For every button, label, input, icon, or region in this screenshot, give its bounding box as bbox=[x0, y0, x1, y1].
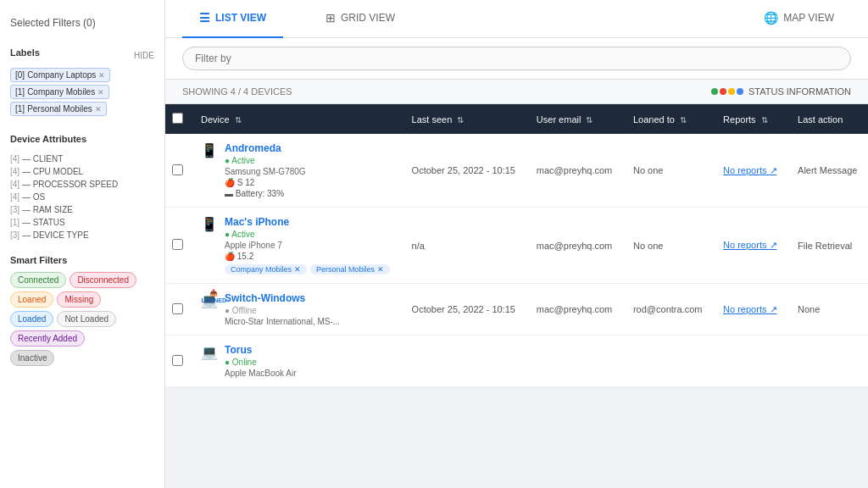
chip-loaned[interactable]: Loaned bbox=[10, 291, 53, 308]
loaned-iphone: No one bbox=[623, 208, 713, 284]
header-device: Device ⇅ bbox=[191, 104, 402, 134]
device-name-switch[interactable]: Switch-Windows bbox=[225, 292, 340, 304]
chip-loaded[interactable]: Loaded bbox=[10, 311, 53, 327]
reports-switch[interactable]: No reports ↗ bbox=[713, 284, 787, 336]
header-last-seen: Last seen ⇅ bbox=[402, 104, 526, 134]
labels-title: Labels bbox=[10, 47, 40, 58]
device-status-andromeda: ● Active bbox=[225, 156, 306, 165]
last-seen-andromeda: October 25, 2022 - 10:15 bbox=[402, 134, 526, 208]
close-icon[interactable]: ✕ bbox=[97, 88, 104, 97]
row-checkbox[interactable] bbox=[165, 208, 191, 284]
device-cell-iphone: 📱 Mac's iPhone ● Active Apple iPhone 7 🍎… bbox=[191, 208, 402, 284]
device-model-iphone: Apple iPhone 7 bbox=[225, 241, 390, 250]
labels-list: [0] Company Laptops ✕ [1] Company Mobile… bbox=[10, 68, 154, 119]
device-name-andromeda[interactable]: Andromeda bbox=[225, 142, 306, 154]
reports-torus bbox=[713, 336, 787, 387]
device-status-torus: ● Online bbox=[225, 358, 297, 367]
filter-input[interactable] bbox=[182, 47, 851, 70]
hide-button[interactable]: HIDE bbox=[134, 51, 154, 60]
email-iphone: mac@preyhq.com bbox=[526, 208, 623, 284]
view-tabs: ☰ LIST VIEW ⊞ GRID VIEW 🌐 MAP VIEW bbox=[165, 0, 868, 38]
last-seen-torus bbox=[402, 336, 526, 387]
chip-missing[interactable]: Missing bbox=[57, 291, 101, 308]
label-company-mobiles[interactable]: [1] Company Mobiles ✕ bbox=[10, 85, 109, 99]
smart-filters-row2: Loaned Missing bbox=[0, 290, 164, 309]
loaned-torus bbox=[623, 336, 713, 387]
row-checkbox[interactable] bbox=[165, 284, 191, 336]
device-os-iphone: 🍎 15.2 bbox=[225, 252, 390, 261]
device-status-switch: ● Offline bbox=[225, 306, 340, 315]
attributes-list: [4] — CLIENT [4] — CPU MODEL [4] — PROCE… bbox=[0, 152, 164, 241]
email-switch: mac@preyhq.com bbox=[526, 284, 623, 336]
info-bar: SHOWING 4 / 4 DEVICES STATUS INFORMATION bbox=[165, 80, 868, 104]
device-status-iphone: ● Active bbox=[225, 230, 390, 239]
header-last-action: Last action bbox=[787, 104, 868, 134]
status-dots bbox=[711, 88, 743, 95]
status-info: STATUS INFORMATION bbox=[711, 86, 851, 97]
smart-filters-row3: Loaded Not Loaded bbox=[0, 309, 164, 329]
header-reports: Reports ⇅ bbox=[713, 104, 787, 134]
close-icon[interactable]: ✕ bbox=[98, 71, 105, 80]
device-name-iphone[interactable]: Mac's iPhone bbox=[225, 216, 390, 228]
select-all-checkbox[interactable] bbox=[172, 113, 183, 124]
loaned-andromeda: No one bbox=[623, 134, 713, 208]
device-model-switch: Micro-Star International, MS-... bbox=[225, 317, 340, 326]
last-action-andromeda: Alert Message bbox=[787, 134, 868, 208]
device-icon-iphone: 📱 bbox=[201, 216, 218, 232]
last-seen-switch: October 25, 2022 - 10:15 bbox=[402, 284, 526, 336]
chip-connected[interactable]: Connected bbox=[10, 272, 66, 288]
row-select-checkbox[interactable] bbox=[172, 239, 183, 250]
smart-filters-row4: Recently Added bbox=[0, 329, 164, 348]
device-icon-andromeda: 📱 bbox=[201, 142, 218, 158]
selected-filters-label: Selected Filters (0) bbox=[0, 8, 164, 32]
status-information-label: STATUS INFORMATION bbox=[748, 86, 851, 97]
device-cell-andromeda: 📱 Andromeda ● Active Samsung SM-G780G 🍎 … bbox=[191, 134, 402, 208]
row-select-checkbox[interactable] bbox=[172, 303, 183, 314]
attr-device-type: [3] — DEVICE TYPE bbox=[0, 229, 164, 241]
device-cell-torus: 💻 Torus ● Online Apple MacBook Air bbox=[191, 336, 402, 387]
device-name-torus[interactable]: Torus bbox=[225, 344, 297, 356]
label-company-laptops[interactable]: [0] Company Laptops ✕ bbox=[10, 68, 110, 82]
loaned-badge-switch: 📤LOANED bbox=[201, 289, 226, 304]
label-personal-mobiles[interactable]: [1] Personal Mobiles ✕ bbox=[10, 102, 107, 116]
attr-status: [1] — STATUS bbox=[0, 216, 164, 229]
row-select-checkbox[interactable] bbox=[172, 164, 183, 175]
dot-blue bbox=[737, 88, 743, 95]
header-loaned-to: Loaned to ⇅ bbox=[623, 104, 713, 134]
chip-recently-added[interactable]: Recently Added bbox=[10, 330, 85, 347]
chip-not-loaded[interactable]: Not Loaded bbox=[57, 311, 116, 327]
device-os-andromeda: 🍎 S 12 bbox=[225, 178, 306, 187]
smart-filters-row1: Connected Disconnected bbox=[0, 270, 164, 290]
tab-map-view[interactable]: 🌐 MAP VIEW bbox=[747, 0, 851, 38]
row-select-checkbox[interactable] bbox=[172, 355, 183, 366]
tab-grid-view[interactable]: ⊞ GRID VIEW bbox=[309, 0, 412, 38]
device-model-torus: Apple MacBook Air bbox=[225, 369, 297, 378]
table-row: 📱 Mac's iPhone ● Active Apple iPhone 7 🍎… bbox=[165, 208, 868, 284]
sidebar: Selected Filters (0) Labels HIDE [0] Com… bbox=[0, 0, 165, 488]
tag-personal-mobiles[interactable]: Personal Mobiles ✕ bbox=[310, 264, 390, 274]
row-checkbox[interactable] bbox=[165, 336, 191, 387]
device-tags-iphone: Company Mobiles ✕ Personal Mobiles ✕ bbox=[225, 264, 390, 274]
grid-icon: ⊞ bbox=[326, 11, 336, 25]
attributes-title: Device Attributes bbox=[0, 134, 164, 147]
labels-section: Labels HIDE [0] Company Laptops ✕ [1] Co… bbox=[0, 41, 164, 125]
table-body: 📱 Andromeda ● Active Samsung SM-G780G 🍎 … bbox=[165, 134, 868, 387]
header-checkbox[interactable] bbox=[165, 104, 191, 134]
tag-company-mobiles[interactable]: Company Mobiles ✕ bbox=[225, 264, 307, 274]
device-icon-torus: 💻 bbox=[201, 344, 218, 360]
reports-andromeda[interactable]: No reports ↗ bbox=[713, 134, 787, 208]
tab-list-view[interactable]: ☰ LIST VIEW bbox=[182, 0, 283, 38]
dot-yellow bbox=[728, 88, 735, 95]
header-user-email: User email ⇅ bbox=[526, 104, 623, 134]
chip-disconnected[interactable]: Disconnected bbox=[70, 272, 136, 288]
close-icon[interactable]: ✕ bbox=[95, 105, 102, 114]
last-seen-iphone: n/a bbox=[402, 208, 526, 284]
devices-table-container: Device ⇅ Last seen ⇅ User email ⇅ Loaned… bbox=[165, 104, 868, 488]
row-checkbox[interactable] bbox=[165, 134, 191, 208]
chip-inactive[interactable]: Inactive bbox=[10, 350, 54, 366]
loaned-switch: rod@contra.com bbox=[623, 284, 713, 336]
devices-table: Device ⇅ Last seen ⇅ User email ⇅ Loaned… bbox=[165, 104, 868, 387]
dot-green bbox=[711, 88, 718, 95]
reports-iphone[interactable]: No reports ↗ bbox=[713, 208, 787, 284]
last-action-iphone: File Retrieval bbox=[787, 208, 868, 284]
